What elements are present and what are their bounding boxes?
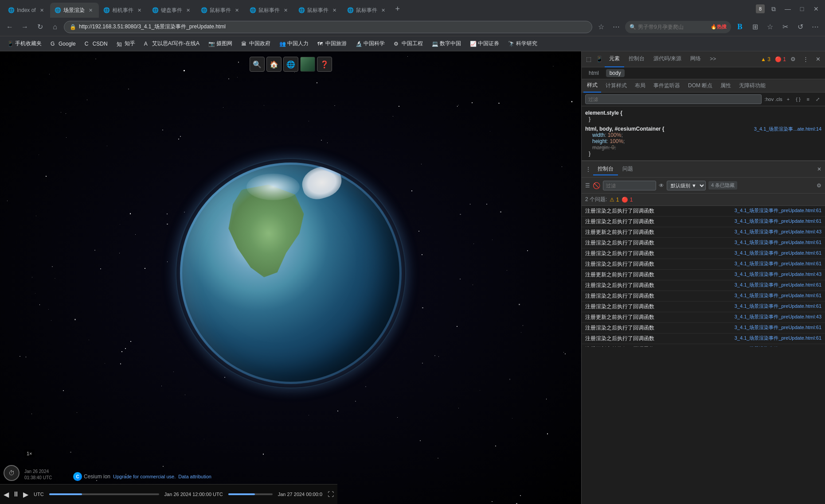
cesium-help-button[interactable]: ❓ xyxy=(317,57,332,72)
log-source-link[interactable]: 3_4.1_场景渲染事件_preUpdate.html:61 xyxy=(735,335,821,341)
bookmark-item[interactable]: 🔬 中国科学 xyxy=(352,39,388,48)
console-close-button[interactable]: ✕ xyxy=(817,166,821,172)
globe[interactable] xyxy=(180,163,402,384)
log-source-link[interactable]: 3_4.1_场景渲染事件_preUpdate.html:61 xyxy=(735,324,821,331)
devtools-close-button[interactable]: ✕ xyxy=(813,54,823,65)
new-tab-button[interactable]: + xyxy=(391,3,404,15)
log-source-link[interactable]: 3_4.1_场景渲染事件_preUpdate.html:43 xyxy=(735,345,821,347)
screenshot-button[interactable]: ✂ xyxy=(779,21,791,33)
log-source-link[interactable]: 3_4.1_场景渲染事件_preUpdate.html:43 xyxy=(735,229,821,235)
time-prev-button[interactable]: ◀ xyxy=(2,490,11,499)
clear-console-button[interactable]: 🚫 xyxy=(593,182,600,189)
accessibility-tab[interactable]: 无障碍功能 xyxy=(735,79,769,93)
browser-tab-tab-keyboard[interactable]: 🌐 键盘事件 ✕ xyxy=(148,3,196,18)
tab-close-button[interactable]: ✕ xyxy=(234,7,241,14)
reload-button[interactable]: ↻ xyxy=(34,21,46,33)
cesium-home-button[interactable]: 🏠 xyxy=(266,57,282,72)
console-log-area[interactable]: 注册渲染之后执行了回调函数 3_4.1_场景渲染事件_preUpdate.htm… xyxy=(582,206,825,347)
log-source-link[interactable]: 3_4.1_场景渲染事件_preUpdate.html:61 xyxy=(735,282,821,288)
time-progress-bar[interactable] xyxy=(49,493,159,495)
tab-console[interactable]: 控制台 xyxy=(624,51,649,67)
bookmark-item[interactable]: 💻 数字中国 xyxy=(428,39,465,48)
console-settings-button[interactable]: ⚙ xyxy=(817,182,821,189)
cesium-search-button[interactable]: 🔍 xyxy=(250,57,265,72)
devtools-settings-button[interactable]: ⚙ xyxy=(788,54,798,65)
device-toolbar-button[interactable]: 📱 xyxy=(594,54,605,65)
browser-tab-tab-scene[interactable]: 🌐 场景渲染 ✕ xyxy=(50,3,99,18)
bookmark-item[interactable]: G Google xyxy=(47,40,79,48)
console-drag-handle[interactable]: ⋮ xyxy=(585,166,591,173)
browser-tab-tab-camera[interactable]: 🌐 相机事件 ✕ xyxy=(99,3,148,18)
tab-close-button[interactable]: ✕ xyxy=(282,7,289,14)
restore-button[interactable]: ⧉ xyxy=(768,4,779,14)
favorites-button[interactable]: ☆ xyxy=(764,21,776,33)
console-eye-button[interactable]: 👁 xyxy=(659,182,664,189)
bookmark-item[interactable]: 👥 中国人力 xyxy=(276,39,312,48)
add-style-rule-button[interactable]: + xyxy=(785,96,791,103)
bookmark-item[interactable]: 🏛 中国政府 xyxy=(238,39,274,48)
time-progress-bar-2[interactable] xyxy=(228,493,273,495)
styles-tab[interactable]: 样式 xyxy=(583,79,601,93)
log-source-link[interactable]: 3_4.1_场景渲染事件_preUpdate.html:61 xyxy=(735,239,821,246)
log-source-link[interactable]: 3_4.1_场景渲染事件_preUpdate.html:61 xyxy=(735,260,821,267)
tab-close-button[interactable]: ✕ xyxy=(136,7,143,14)
bookmark-item[interactable]: 🔭 科学研究 xyxy=(504,39,541,48)
attribution-text[interactable]: Data attribution xyxy=(178,474,211,479)
address-input[interactable]: 🔒 http://192.168.3.51:8080/3_4.1_场景渲染事件_… xyxy=(64,21,592,33)
expand-button[interactable]: ⤢ xyxy=(814,96,821,103)
bookmark-item[interactable]: 📱 手机收藏夹 xyxy=(4,39,45,48)
cesium-viewer[interactable]: 🔍 🏠 🌐 ❓ ⏱ 1× xyxy=(0,51,581,504)
fullscreen-button[interactable]: ⛶ xyxy=(326,491,336,498)
tab-elements[interactable]: 元素 xyxy=(605,51,624,67)
devtools-more-button[interactable]: ⋮ xyxy=(800,54,811,65)
minimize-button[interactable]: — xyxy=(782,4,793,14)
time-next-button[interactable]: ▶ xyxy=(21,490,30,499)
cesium-projection-button[interactable]: 🌐 xyxy=(283,57,298,72)
hov-cls-buttons[interactable]: :hov .cls xyxy=(764,97,782,102)
browser-tab-tab-index[interactable]: 🌐 Index of ✕ xyxy=(4,3,50,18)
html-tab[interactable]: html xyxy=(585,69,602,77)
forward-button[interactable]: → xyxy=(19,21,31,33)
back-button[interactable]: ← xyxy=(4,21,16,33)
bookmark-item[interactable]: ⚙ 中国工程 xyxy=(390,39,426,48)
bookmark-item[interactable]: 📷 摄图网 xyxy=(205,39,236,48)
properties-tab[interactable]: 属性 xyxy=(717,79,735,93)
console-tab-label[interactable]: 控制台 xyxy=(593,163,618,175)
css-source-link[interactable]: 3_4.1_场景渲染事...ate.html:14 xyxy=(754,126,821,132)
log-source-link[interactable]: 3_4.1_场景渲染事件_preUpdate.html:43 xyxy=(735,271,821,278)
log-level-select[interactable]: 默认级别 ▼ xyxy=(667,181,706,190)
browser-tab-tab-mouse1[interactable]: 🌐 鼠标事件 ✕ xyxy=(196,3,245,18)
body-tab[interactable]: body xyxy=(606,69,625,77)
tab-sources[interactable]: 源代码/来源 xyxy=(649,51,686,67)
close-window-button[interactable]: ✕ xyxy=(811,4,821,14)
toggle-sidebar-button[interactable]: ≡ xyxy=(805,96,811,103)
bookmark-item[interactable]: C CSDN xyxy=(81,40,111,48)
search-input[interactable] xyxy=(638,24,709,30)
computed-tab[interactable]: 计算样式 xyxy=(602,79,630,93)
upgrade-link[interactable]: Upgrade for commercial use. xyxy=(113,474,176,479)
browser-menu-button[interactable]: ⋯ xyxy=(809,21,821,33)
browser-tab-tab-mouse3[interactable]: 🌐 鼠标事件 ✕ xyxy=(294,3,343,18)
home-button[interactable]: ⌂ xyxy=(49,21,61,33)
bookmark-button[interactable]: ☆ xyxy=(595,21,607,33)
layout-tab[interactable]: 布局 xyxy=(631,79,649,93)
browser-tab-tab-mouse4[interactable]: 🌐 鼠标事件 ✕ xyxy=(343,3,391,18)
log-source-link[interactable]: 3_4.1_场景渲染事件_preUpdate.html:61 xyxy=(735,207,821,214)
more-button[interactable]: ⋯ xyxy=(610,21,622,33)
dom-breakpoints-tab[interactable]: DOM 断点 xyxy=(684,79,716,93)
event-listeners-tab[interactable]: 事件监听器 xyxy=(650,79,684,93)
format-button[interactable]: { } xyxy=(794,96,802,103)
grid-icon[interactable]: ⊞ xyxy=(749,21,761,33)
log-source-link[interactable]: 3_4.1_场景渲染事件_preUpdate.html:43 xyxy=(735,314,821,320)
log-source-link[interactable]: 3_4.1_场景渲染事件_preUpdate.html:61 xyxy=(735,218,821,225)
console-sidebar-toggle[interactable]: ☰ xyxy=(585,182,590,189)
tab-network[interactable]: 网络 xyxy=(686,51,705,67)
bookmark-item[interactable]: 🗺 中国旅游 xyxy=(314,39,350,48)
log-source-link[interactable]: 3_4.1_场景渲染事件_preUpdate.html:61 xyxy=(735,292,821,299)
maximize-button[interactable]: □ xyxy=(797,4,807,14)
log-source-link[interactable]: 3_4.1_场景渲染事件_preUpdate.html:61 xyxy=(735,303,821,310)
console-issues-tab[interactable]: 问题 xyxy=(618,163,637,175)
bookmark-item[interactable]: A 艾以思AI写作-在线A xyxy=(141,39,203,48)
history-button[interactable]: ↺ xyxy=(794,21,806,33)
tab-close-button[interactable]: ✕ xyxy=(87,7,94,14)
